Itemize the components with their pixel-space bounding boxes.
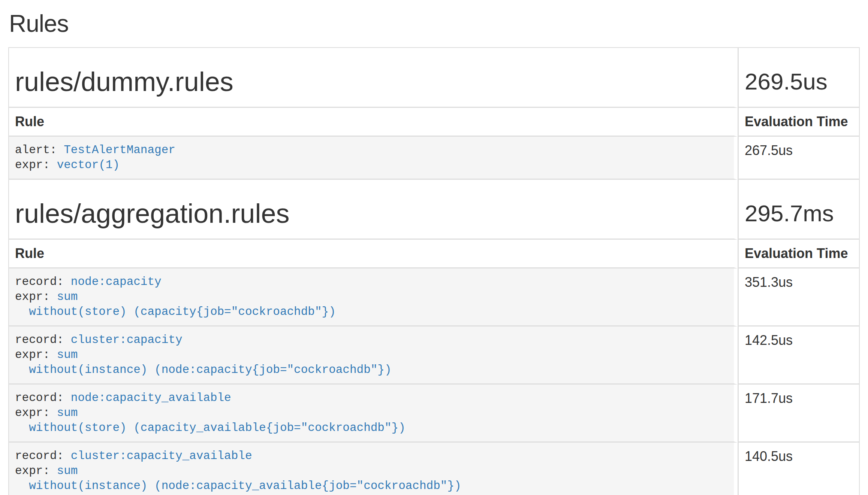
rule-expression-link[interactable]: node:capacity (71, 275, 162, 288)
rule-evaluation-time: 142.5us (738, 327, 859, 385)
rule-expression-link[interactable]: TestAlertManager (64, 143, 175, 157)
column-header-row: Rule Evaluation Time (9, 240, 859, 268)
rule-evaluation-time: 140.5us (738, 443, 859, 495)
rule-expression-link[interactable]: sum without(instance) (node:capacity{job… (15, 348, 392, 376)
rule-group-name-cell: rules/dummy.rules (9, 48, 738, 108)
evaluation-time-column-header: Evaluation Time (738, 240, 859, 268)
rule-expression-link[interactable]: sum without(store) (capacity_available{j… (15, 406, 406, 434)
rule-row: record: node:capacity_available expr: su… (9, 385, 859, 443)
evaluation-time-column-header: Evaluation Time (738, 108, 859, 137)
rules-table: rules/dummy.rules 269.5us Rule Evaluatio… (8, 47, 860, 495)
rule-row: alert: TestAlertManager expr: vector(1) … (9, 137, 859, 180)
rule-evaluation-time: 351.3us (738, 268, 859, 327)
rule-group-name: rules/aggregation.rules (15, 198, 728, 228)
rule-group-row: rules/aggregation.rules 295.7ms (9, 180, 859, 240)
rule-cell: record: cluster:capacity_available expr:… (9, 443, 738, 495)
rule-expression-link[interactable]: vector(1) (57, 158, 120, 171)
rule-expression-link[interactable]: cluster:capacity_available (71, 449, 252, 462)
rule-row: record: node:capacity expr: sum without(… (9, 268, 859, 327)
rule-column-header: Rule (9, 240, 738, 268)
rule-expression-link[interactable]: cluster:capacity (71, 333, 183, 346)
rule-row: record: cluster:capacity_available expr:… (9, 443, 859, 495)
rule-expression-link[interactable]: node:capacity_available (71, 391, 231, 404)
rule-cell: record: cluster:capacity expr: sum witho… (9, 327, 738, 385)
rule-field-key: expr: (15, 464, 50, 477)
rule-group-evaluation-time: 295.7ms (745, 198, 853, 228)
rule-field-key: alert: (15, 143, 57, 157)
rule-group-row: rules/dummy.rules 269.5us (9, 48, 859, 108)
rule-field-key: expr: (15, 290, 50, 303)
rule-cell: record: node:capacity expr: sum without(… (9, 268, 738, 327)
rule-field-key: expr: (15, 158, 50, 171)
rule-field-key: record: (15, 333, 64, 346)
rule-expression-link[interactable]: sum without(store) (capacity{job="cockro… (15, 290, 336, 318)
rule-expression-link[interactable]: sum without(instance) (node:capacity_ava… (15, 464, 461, 492)
rule-code: record: node:capacity_available expr: su… (15, 391, 728, 435)
rule-code: record: cluster:capacity_available expr:… (15, 449, 728, 494)
rule-cell: alert: TestAlertManager expr: vector(1) (9, 137, 738, 180)
rule-group-time-cell: 295.7ms (738, 180, 859, 240)
rule-field-key: expr: (15, 406, 50, 419)
rule-group-name-cell: rules/aggregation.rules (9, 180, 738, 240)
rule-group-evaluation-time: 269.5us (745, 67, 853, 97)
rule-code: alert: TestAlertManager expr: vector(1) (15, 143, 728, 173)
rule-code: record: cluster:capacity expr: sum witho… (15, 332, 728, 377)
rule-field-key: record: (15, 275, 64, 288)
rule-column-header: Rule (9, 108, 738, 137)
rule-code: record: node:capacity expr: sum without(… (15, 274, 728, 319)
rule-group-time-cell: 269.5us (738, 48, 859, 108)
rule-evaluation-time: 267.5us (738, 137, 859, 180)
rule-evaluation-time: 171.7us (738, 385, 859, 443)
rule-group-name: rules/dummy.rules (15, 67, 728, 97)
rules-table-body: rules/dummy.rules 269.5us Rule Evaluatio… (9, 48, 859, 495)
rule-cell: record: node:capacity_available expr: su… (9, 385, 738, 443)
rule-row: record: cluster:capacity expr: sum witho… (9, 327, 859, 385)
column-header-row: Rule Evaluation Time (9, 108, 859, 137)
rule-field-key: record: (15, 449, 64, 462)
rules-page: Rules rules/dummy.rules 269.5us Rule Eva… (0, 0, 868, 495)
page-title: Rules (9, 10, 860, 37)
rule-field-key: record: (15, 391, 64, 404)
rule-field-key: expr: (15, 348, 50, 361)
